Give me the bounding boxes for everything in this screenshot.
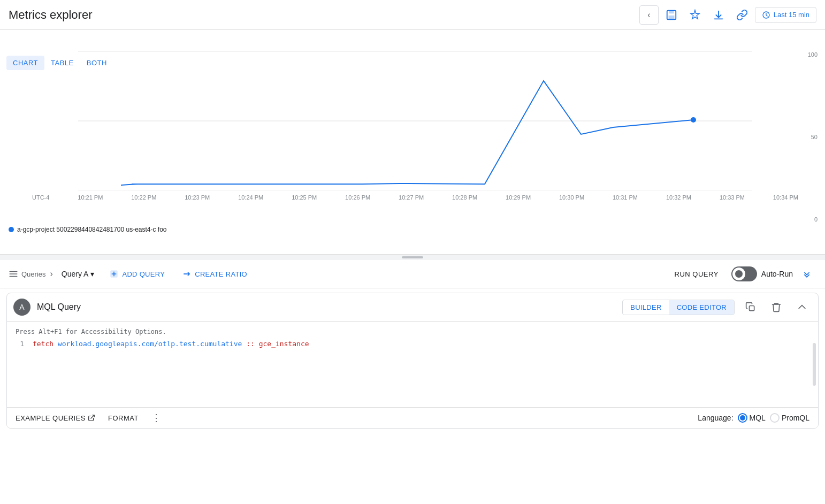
chart-x-axis: UTC-4 10:21 PM 10:22 PM 10:23 PM 10:24 P… [32,194,798,201]
magic-icon [689,9,701,21]
y-label-50: 50 [808,134,818,140]
download-button[interactable] [708,4,729,26]
legend-dot [9,227,14,232]
chevron-up-icon [797,302,807,312]
collapse-icon [801,269,812,279]
svg-rect-2 [668,15,674,18]
collapse-editor-button[interactable] [792,297,812,317]
magic-button[interactable] [684,4,706,26]
svg-rect-11 [739,272,740,276]
query-toolbar: Queries › Query A ▾ ADD QUERY CREATE RAT… [0,260,825,288]
mql-label: MQL [750,414,766,422]
editor-footer: EXAMPLE QUERIES FORMAT ⋮ Language: MQL P… [7,407,818,428]
chart-section: CHART TABLE BOTH 100 50 0 UTC-4 10:21 PM [0,51,825,255]
time-range-label: Last 15 min [774,11,809,19]
more-options-button[interactable]: ⋮ [151,412,161,424]
back-icon: ‹ [647,10,650,20]
code-editor-tab[interactable]: CODE EDITOR [669,300,734,315]
x-label-1022: 10:22 PM [131,194,156,201]
y-label-100: 100 [808,51,818,58]
tab-table[interactable]: TABLE [44,56,80,70]
svg-rect-10 [737,272,738,276]
code-hint: Press Alt+F1 for Accessibility Options. [16,328,809,335]
external-link-icon [88,414,95,422]
query-badge: A [13,299,30,316]
chart-svg [32,51,798,190]
x-label-1024: 10:24 PM [238,194,263,201]
code-keyword: fetch [33,340,54,348]
toggle-switch[interactable] [731,266,757,281]
run-query-button[interactable]: RUN QUERY [666,267,727,281]
x-label-1031: 10:31 PM [613,194,638,201]
collapse-queries-button[interactable] [797,264,816,284]
builder-tab[interactable]: BUILDER [623,300,669,315]
code-editor[interactable]: Press Alt+F1 for Accessibility Options. … [7,322,818,407]
x-label-1025: 10:25 PM [292,194,317,201]
x-label-1027: 10:27 PM [399,194,424,201]
add-query-button[interactable]: ADD QUERY [103,266,171,282]
pause-icon [735,270,743,278]
tab-chart[interactable]: CHART [6,56,44,70]
save-button[interactable] [661,4,682,26]
toggle-track [731,266,757,281]
editor-header: A MQL Query BUILDER CODE EDITOR [7,293,818,322]
language-selector: Language: MQL PromQL [698,413,809,423]
chart-canvas: 100 50 0 UTC-4 10:21 PM 10:22 PM 10:23 P… [0,51,825,223]
create-ratio-button[interactable]: CREATE RATIO [175,266,254,282]
x-label-1029: 10:29 PM [506,194,531,201]
delete-button[interactable] [767,297,786,317]
editor-title: MQL Query [37,302,616,312]
language-label: Language: [698,414,733,422]
code-scrollbar[interactable] [813,343,816,386]
toggle-thumb [732,268,745,280]
promql-radio[interactable]: PromQL [770,413,809,423]
chevron-down-icon: ▾ [90,270,94,278]
svg-rect-12 [750,306,754,311]
x-label-1030: 10:30 PM [559,194,584,201]
x-label-utc: UTC-4 [32,194,49,201]
mql-radio-circle [738,413,747,423]
view-tabs: CHART TABLE BOTH [0,51,120,70]
breadcrumb-chevron-icon: › [50,269,53,279]
line-number: 1 [16,340,24,348]
save-icon [666,9,677,21]
queries-label[interactable]: Queries [9,269,46,279]
page-title: Metrics explorer [9,8,92,22]
x-label-1034: 10:34 PM [773,194,798,201]
add-icon [109,269,119,279]
chart-legend: a-gcp-project 5002298440842481700 us-eas… [0,223,825,236]
legend-label: a-gcp-project 5002298440842481700 us-eas… [17,226,167,233]
auto-run-toggle: Auto-Run [731,266,793,281]
x-label-1021: 10:21 PM [78,194,103,201]
code-resource: gce_instance [259,340,309,348]
editor-section: A MQL Query BUILDER CODE EDITOR Press Al… [6,293,819,429]
link-button[interactable] [731,4,753,26]
hamburger-icon [9,269,18,279]
link-icon [736,9,748,21]
svg-rect-1 [669,10,674,13]
back-button[interactable]: ‹ [639,5,659,25]
ratio-icon [182,269,192,279]
download-icon [713,9,724,21]
mql-radio[interactable]: MQL [738,413,766,423]
query-name-button[interactable]: Query A ▾ [57,268,99,280]
code-url: workload.googleapis.com/otlp.test.cumula… [58,340,242,348]
divider-handle[interactable] [0,255,825,260]
code-separator: :: [246,340,255,348]
header: Metrics explorer ‹ [0,0,825,30]
mql-radio-inner [740,415,745,421]
header-actions: ‹ [639,4,816,26]
y-label-0: 0 [808,216,818,223]
svg-point-7 [691,117,696,123]
example-queries-link[interactable]: EXAMPLE QUERIES [16,414,95,422]
time-range-button[interactable]: Last 15 min [755,7,816,23]
format-button[interactable]: FORMAT [108,414,139,422]
x-label-1032: 10:32 PM [666,194,691,201]
tab-both[interactable]: BOTH [80,56,113,70]
copy-icon [745,302,756,312]
clock-icon [762,11,770,19]
code-line: 1 fetch workload.googleapis.com/otlp.tes… [16,340,809,348]
code-content[interactable]: fetch workload.googleapis.com/otlp.test.… [33,340,309,348]
copy-button[interactable] [741,297,760,317]
divider-handle-bar [402,256,423,258]
